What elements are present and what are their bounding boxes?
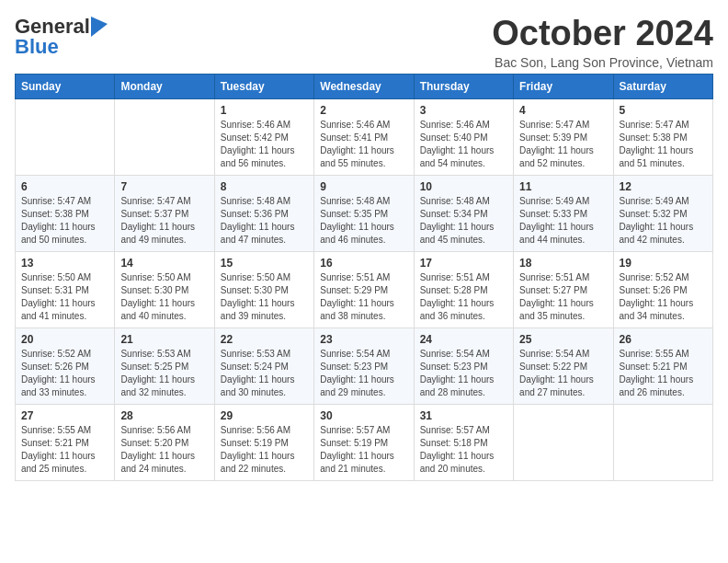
day-info: Sunrise: 5:47 AM Sunset: 5:38 PM Dayligh… [21, 196, 96, 245]
day-number: 20 [21, 333, 108, 346]
calendar-cell: 26Sunrise: 5:55 AM Sunset: 5:21 PM Dayli… [613, 327, 712, 404]
logo-icon [91, 17, 108, 37]
day-number: 18 [519, 257, 607, 270]
day-number: 25 [519, 333, 607, 346]
calendar-cell: 12Sunrise: 5:49 AM Sunset: 5:32 PM Dayli… [613, 175, 712, 251]
calendar-cell [514, 404, 613, 480]
calendar-cell [115, 98, 214, 175]
calendar-cell: 14Sunrise: 5:50 AM Sunset: 5:30 PM Dayli… [115, 251, 214, 327]
day-number: 3 [420, 104, 507, 117]
calendar-week-row: 13Sunrise: 5:50 AM Sunset: 5:31 PM Dayli… [16, 251, 713, 327]
day-number: 2 [320, 104, 407, 117]
day-info: Sunrise: 5:50 AM Sunset: 5:31 PM Dayligh… [21, 272, 96, 321]
day-info: Sunrise: 5:48 AM Sunset: 5:34 PM Dayligh… [420, 196, 495, 245]
calendar-cell: 27Sunrise: 5:55 AM Sunset: 5:21 PM Dayli… [16, 404, 115, 480]
calendar-week-row: 20Sunrise: 5:52 AM Sunset: 5:26 PM Dayli… [16, 327, 713, 404]
day-info: Sunrise: 5:46 AM Sunset: 5:41 PM Dayligh… [320, 120, 394, 168]
calendar-cell: 20Sunrise: 5:52 AM Sunset: 5:26 PM Dayli… [16, 327, 115, 404]
calendar-cell: 15Sunrise: 5:50 AM Sunset: 5:30 PM Dayli… [214, 251, 313, 327]
calendar-week-row: 27Sunrise: 5:55 AM Sunset: 5:21 PM Dayli… [16, 404, 713, 480]
calendar-cell: 24Sunrise: 5:54 AM Sunset: 5:23 PM Dayli… [414, 327, 513, 404]
weekday-header-thursday: Thursday [414, 74, 513, 98]
day-number: 22 [221, 333, 308, 346]
calendar-week-row: 1Sunrise: 5:46 AM Sunset: 5:42 PM Daylig… [16, 98, 713, 175]
calendar-cell: 18Sunrise: 5:51 AM Sunset: 5:27 PM Dayli… [514, 251, 613, 327]
day-number: 30 [320, 409, 407, 422]
day-number: 9 [320, 180, 407, 193]
calendar-cell: 8Sunrise: 5:48 AM Sunset: 5:36 PM Daylig… [214, 175, 313, 251]
weekday-header-friday: Friday [514, 74, 613, 98]
day-number: 26 [620, 333, 707, 346]
calendar-cell: 17Sunrise: 5:51 AM Sunset: 5:28 PM Dayli… [414, 251, 513, 327]
calendar-cell: 19Sunrise: 5:52 AM Sunset: 5:26 PM Dayli… [613, 251, 712, 327]
day-info: Sunrise: 5:46 AM Sunset: 5:40 PM Dayligh… [420, 120, 495, 168]
day-info: Sunrise: 5:47 AM Sunset: 5:39 PM Dayligh… [519, 120, 594, 168]
day-info: Sunrise: 5:47 AM Sunset: 5:37 PM Dayligh… [120, 196, 195, 245]
calendar-cell: 23Sunrise: 5:54 AM Sunset: 5:23 PM Dayli… [314, 327, 414, 404]
calendar-cell [613, 404, 712, 480]
day-number: 28 [120, 409, 208, 422]
calendar-cell: 22Sunrise: 5:53 AM Sunset: 5:24 PM Dayli… [214, 327, 313, 404]
calendar-cell: 10Sunrise: 5:48 AM Sunset: 5:34 PM Dayli… [414, 175, 513, 251]
calendar-header: SundayMondayTuesdayWednesdayThursdayFrid… [16, 74, 713, 98]
calendar-cell: 29Sunrise: 5:56 AM Sunset: 5:19 PM Dayli… [214, 404, 313, 480]
day-info: Sunrise: 5:49 AM Sunset: 5:33 PM Dayligh… [519, 196, 594, 245]
day-info: Sunrise: 5:53 AM Sunset: 5:24 PM Dayligh… [221, 349, 295, 397]
day-info: Sunrise: 5:54 AM Sunset: 5:23 PM Dayligh… [420, 349, 495, 397]
calendar-cell: 4Sunrise: 5:47 AM Sunset: 5:39 PM Daylig… [514, 98, 613, 175]
calendar-cell: 13Sunrise: 5:50 AM Sunset: 5:31 PM Dayli… [16, 251, 115, 327]
day-info: Sunrise: 5:54 AM Sunset: 5:23 PM Dayligh… [320, 349, 394, 397]
calendar-body: 1Sunrise: 5:46 AM Sunset: 5:42 PM Daylig… [16, 98, 713, 480]
day-number: 13 [21, 257, 108, 270]
day-info: Sunrise: 5:55 AM Sunset: 5:21 PM Dayligh… [620, 349, 694, 397]
title-block: October 2024 Bac Son, Lang Son Province,… [492, 15, 713, 70]
location-title: Bac Son, Lang Son Province, Vietnam [492, 55, 713, 70]
day-number: 16 [320, 257, 407, 270]
day-number: 4 [519, 104, 607, 117]
day-number: 5 [620, 104, 707, 117]
calendar-cell: 7Sunrise: 5:47 AM Sunset: 5:37 PM Daylig… [115, 175, 214, 251]
calendar-cell: 1Sunrise: 5:46 AM Sunset: 5:42 PM Daylig… [214, 98, 313, 175]
day-number: 21 [120, 333, 208, 346]
weekday-header-monday: Monday [115, 74, 214, 98]
day-number: 17 [420, 257, 507, 270]
day-info: Sunrise: 5:57 AM Sunset: 5:19 PM Dayligh… [320, 425, 394, 474]
weekday-header-row: SundayMondayTuesdayWednesdayThursdayFrid… [16, 74, 713, 98]
calendar-cell: 5Sunrise: 5:47 AM Sunset: 5:38 PM Daylig… [613, 98, 712, 175]
day-number: 14 [120, 257, 208, 270]
day-info: Sunrise: 5:51 AM Sunset: 5:29 PM Dayligh… [320, 272, 394, 321]
calendar-cell: 25Sunrise: 5:54 AM Sunset: 5:22 PM Dayli… [514, 327, 613, 404]
day-info: Sunrise: 5:48 AM Sunset: 5:35 PM Dayligh… [320, 196, 394, 245]
day-info: Sunrise: 5:51 AM Sunset: 5:27 PM Dayligh… [519, 272, 594, 321]
day-info: Sunrise: 5:52 AM Sunset: 5:26 PM Dayligh… [21, 349, 96, 397]
calendar-cell [16, 98, 115, 175]
weekday-header-wednesday: Wednesday [314, 74, 414, 98]
day-number: 10 [420, 180, 507, 193]
calendar-cell: 28Sunrise: 5:56 AM Sunset: 5:20 PM Dayli… [115, 404, 214, 480]
calendar-cell: 11Sunrise: 5:49 AM Sunset: 5:33 PM Dayli… [514, 175, 613, 251]
calendar-week-row: 6Sunrise: 5:47 AM Sunset: 5:38 PM Daylig… [16, 175, 713, 251]
day-info: Sunrise: 5:53 AM Sunset: 5:25 PM Dayligh… [120, 349, 195, 397]
day-info: Sunrise: 5:57 AM Sunset: 5:18 PM Dayligh… [420, 425, 495, 474]
day-number: 19 [620, 257, 707, 270]
calendar-cell: 16Sunrise: 5:51 AM Sunset: 5:29 PM Dayli… [314, 251, 414, 327]
logo: General Blue [15, 15, 108, 59]
day-info: Sunrise: 5:46 AM Sunset: 5:42 PM Dayligh… [221, 120, 295, 168]
day-number: 12 [620, 180, 707, 193]
day-number: 8 [221, 180, 308, 193]
day-info: Sunrise: 5:54 AM Sunset: 5:22 PM Dayligh… [519, 349, 594, 397]
day-info: Sunrise: 5:48 AM Sunset: 5:36 PM Dayligh… [221, 196, 295, 245]
day-info: Sunrise: 5:52 AM Sunset: 5:26 PM Dayligh… [620, 272, 694, 321]
calendar-cell: 30Sunrise: 5:57 AM Sunset: 5:19 PM Dayli… [314, 404, 414, 480]
day-number: 31 [420, 409, 507, 422]
day-info: Sunrise: 5:47 AM Sunset: 5:38 PM Dayligh… [620, 120, 694, 168]
calendar-cell: 31Sunrise: 5:57 AM Sunset: 5:18 PM Dayli… [414, 404, 513, 480]
day-number: 27 [21, 409, 108, 422]
day-info: Sunrise: 5:49 AM Sunset: 5:32 PM Dayligh… [620, 196, 694, 245]
day-number: 15 [221, 257, 308, 270]
day-info: Sunrise: 5:55 AM Sunset: 5:21 PM Dayligh… [21, 425, 96, 474]
day-info: Sunrise: 5:50 AM Sunset: 5:30 PM Dayligh… [221, 272, 295, 321]
weekday-header-sunday: Sunday [16, 74, 115, 98]
month-title: October 2024 [492, 15, 713, 53]
day-info: Sunrise: 5:50 AM Sunset: 5:30 PM Dayligh… [120, 272, 195, 321]
